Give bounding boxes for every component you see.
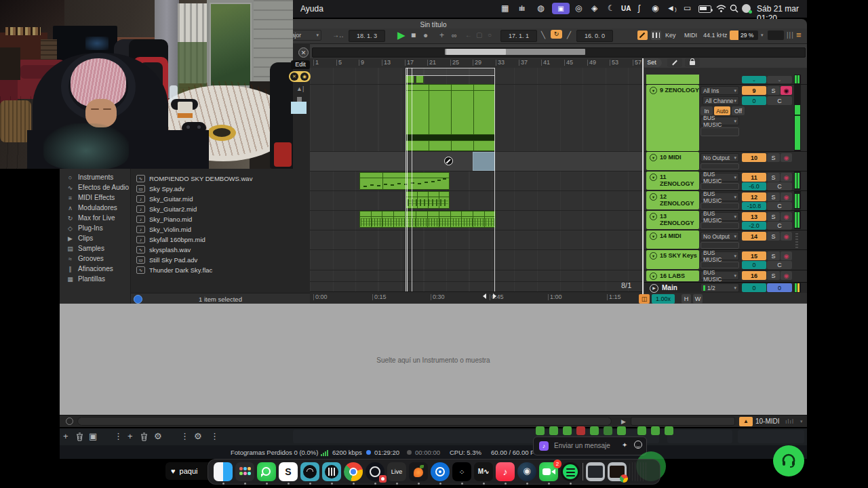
midi-map-button[interactable]: MIDI (684, 32, 697, 39)
file-item[interactable]: ♪Skyfall 160bpm.mid (131, 235, 310, 245)
obs-icon[interactable] (366, 462, 384, 481)
adobe-cc-icon[interactable]: ◎ (575, 3, 582, 13)
emote-icon[interactable] (549, 426, 558, 435)
facetime-icon[interactable]: 2 (539, 462, 558, 481)
arm-button[interactable]: ◉ (781, 173, 792, 182)
pan-field[interactable]: C (767, 261, 792, 269)
arm-button[interactable]: ◉ (781, 192, 792, 201)
track-pan[interactable]: ⌄ (767, 76, 792, 83)
track-number[interactable]: 9 (742, 86, 766, 95)
chat-input-box[interactable]: ♪ Enviar un mensaje ✦ (533, 436, 647, 455)
track-number[interactable]: 16 (742, 271, 766, 280)
user-account-icon[interactable] (742, 4, 751, 13)
scene-filters-icon[interactable]: ▣ (89, 431, 97, 441)
trash-icon[interactable] (629, 462, 648, 481)
input-routing-dropdown[interactable]: All Ins▾ (701, 86, 739, 95)
finder-icon[interactable] (214, 462, 233, 481)
output-routing-dropdown[interactable]: BUS MUSIC▾ (701, 117, 739, 125)
add-marker-button[interactable]: + (439, 30, 444, 40)
arrangement-position[interactable]: 18. 1. 3 (349, 30, 385, 42)
scale-dropdown[interactable]: ajor▾ (289, 30, 321, 41)
chat-bits-icon[interactable]: ✦ (622, 441, 627, 449)
punch-in-icon[interactable]: ╲ (541, 31, 545, 39)
file-item[interactable]: ♪Sky_Piano.mid (131, 214, 310, 224)
volume-field[interactable]: 0 (742, 96, 766, 105)
draw-grid-icon[interactable]: ▢ (476, 31, 482, 39)
mini-play-icon[interactable]: ▶ (621, 418, 626, 425)
punch-out-icon[interactable]: ╱ (567, 31, 571, 39)
remove-source-trash-icon[interactable] (140, 432, 148, 441)
clip-selected[interactable] (473, 152, 495, 171)
s-curve-icon[interactable]: ʃ (638, 3, 640, 13)
solo-button[interactable]: S (767, 153, 780, 162)
minimized-window-chrome[interactable] (608, 462, 627, 481)
track-header-13[interactable]: 13 ZENOLOGY (646, 211, 699, 229)
marker-icon[interactable]: ▲| (296, 85, 304, 92)
volume-field[interactable]: -10.8 (742, 202, 766, 210)
loop-marker-right[interactable] (493, 293, 496, 299)
arm-button-armed[interactable]: ◉ (781, 86, 792, 95)
emote-icon[interactable] (651, 426, 660, 435)
follow-arrow-icon[interactable]: →‥ (332, 31, 344, 39)
sidebar-item-tunings[interactable]: ∥Afinaciones (60, 264, 130, 274)
whatsapp-icon[interactable] (257, 462, 276, 481)
swatch-icon[interactable] (297, 97, 302, 102)
sidebar-item-plugins[interactable]: ◇Plug-Ins (60, 223, 130, 233)
height-zoom-button[interactable]: H (682, 294, 691, 304)
focus-moon-icon[interactable]: ☾ (608, 3, 615, 13)
arm-button[interactable]: ◉ (781, 153, 792, 162)
loop-marker-left[interactable] (483, 293, 486, 299)
key-map-button[interactable]: Key (665, 32, 676, 39)
sidebar-item-audio-effects[interactable]: ∿Efectos de Audio (60, 182, 130, 192)
record-annotation-icon[interactable]: ◉ (300, 73, 309, 81)
wifi-icon[interactable] (716, 4, 726, 13)
output-routing-dropdown[interactable]: No Output▾ (701, 153, 739, 162)
source-more-icon[interactable]: ⋮ (180, 431, 189, 441)
clip[interactable] (406, 140, 495, 151)
panel-divider[interactable] (642, 58, 644, 303)
minimized-window[interactable] (586, 462, 605, 481)
steam-icon[interactable]: ◉ (517, 462, 536, 481)
file-item[interactable]: ♪Sky_Guitar.mid (131, 194, 310, 204)
mw-audio-icon[interactable]: M∿ (474, 462, 493, 481)
track-number[interactable]: 14 (742, 232, 766, 241)
remove-scene-trash-icon[interactable] (76, 432, 83, 441)
display-icon[interactable]: ▭ (684, 3, 691, 13)
file-item[interactable]: ▭Sky Spy.adv (131, 184, 310, 194)
back-to-arrangement-icon[interactable]: ← (465, 31, 472, 39)
chat-mic-icon[interactable]: ♪ (539, 441, 549, 451)
ua-meter-icon[interactable] (300, 462, 319, 481)
bar-ruler[interactable]: 1 5 9 13 17 21 25 29 33 37 41 45 49 53 5… (310, 58, 644, 68)
solo-button[interactable]: S (767, 192, 780, 201)
output-channel-empty[interactable] (701, 242, 739, 249)
sidebar-item-instruments[interactable]: ○Instruments (60, 172, 130, 182)
emote-icon[interactable] (604, 426, 612, 435)
stop-button[interactable]: ■ (411, 30, 416, 40)
sidebar-item-templates[interactable]: ▦Plantillas (60, 274, 130, 284)
level-meter-icon[interactable]: ılıl (785, 418, 794, 425)
arm-button[interactable]: ◉ (781, 251, 792, 260)
remove-annotation-icon[interactable]: ✕ (290, 73, 298, 81)
track-header-partial[interactable] (646, 75, 699, 84)
arrangement-overview[interactable] (312, 47, 806, 58)
support-headset-button[interactable] (773, 445, 804, 476)
time-ruler[interactable]: 0:00 0:15 0:30 0:45 1:00 1:15 (310, 291, 644, 304)
clip[interactable] (359, 211, 496, 228)
main-play-icon[interactable]: ▶ (650, 284, 658, 293)
ua-console-icon[interactable] (322, 462, 341, 481)
blue-fan-icon[interactable] (431, 462, 450, 481)
clip[interactable] (406, 84, 495, 135)
launchpad-icon[interactable] (235, 462, 254, 481)
chrome-icon[interactable] (344, 462, 363, 481)
clip[interactable] (359, 172, 450, 190)
main-volume-field[interactable]: 0 (742, 283, 766, 292)
emote-icon[interactable] (637, 426, 646, 435)
computer-midi-keyboard-button[interactable] (651, 30, 661, 40)
output-channel-empty[interactable] (701, 183, 739, 190)
beat-division-dropdown[interactable]: 1/2▾ (701, 283, 739, 292)
io-meters-icon[interactable]: ||| (787, 31, 794, 39)
file-item[interactable]: ♪Sky_Violin.mid (131, 224, 310, 235)
game-mode-icon[interactable]: ▦ (501, 3, 509, 13)
volume-icon[interactable]: ◄) (667, 3, 677, 13)
main-track-label[interactable]: Main (662, 284, 677, 291)
